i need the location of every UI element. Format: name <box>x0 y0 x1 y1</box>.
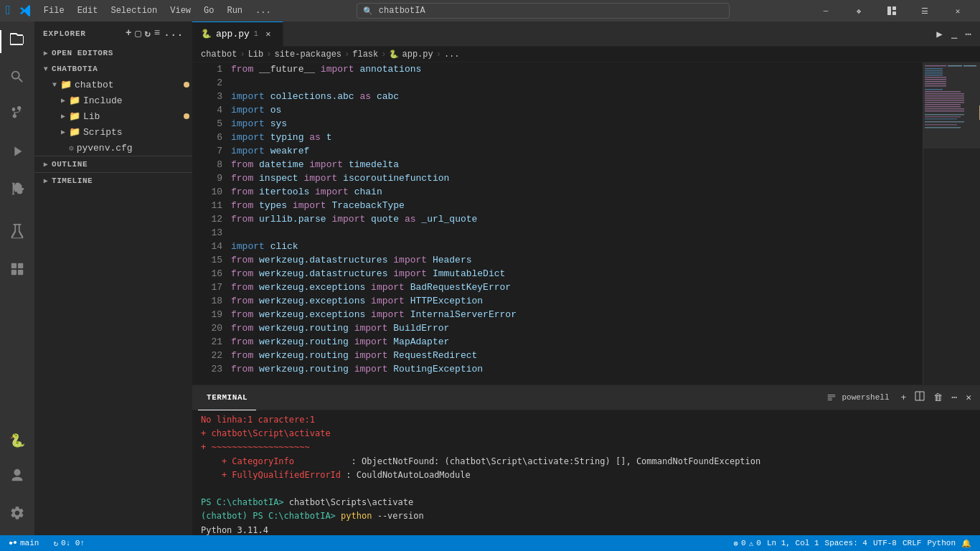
terminal-trash-button[interactable]: 🗑 <box>930 391 946 405</box>
menu-selection[interactable]: Selection <box>105 4 163 17</box>
activity-item-explorer[interactable] <box>0 24 34 59</box>
error-count: 0 <box>741 539 746 547</box>
sidebar-more-icon[interactable]: ... <box>164 27 184 39</box>
ln-5: 5 <box>201 117 222 131</box>
tab-more-button[interactable]: ⋯ <box>963 27 974 42</box>
breadcrumb-more[interactable]: ... <box>444 50 460 60</box>
svg-rect-35 <box>925 118 957 120</box>
ln-1: 1 <box>201 62 222 76</box>
tree-item-pyvenv[interactable]: ⚙ pyvenv.cfg <box>34 140 192 156</box>
terminal-line-4: + CategoryInfo : ObjectNotFound: (chatbo… <box>201 455 971 468</box>
collapse-all-icon[interactable]: ≡ <box>154 27 161 39</box>
title-search-area: 🔍 chatbotIA <box>283 3 804 19</box>
panel-tabs: TERMINAL powershell + 🗑 ⋯ ✕ <box>192 385 980 410</box>
search-icon <box>9 69 25 90</box>
code-line-10: from itertools import chain <box>231 185 923 199</box>
activity-item-account[interactable] <box>0 461 34 495</box>
activity-item-search[interactable] <box>0 62 34 96</box>
code-line-7: import weakref <box>231 144 923 158</box>
tree-item-lib[interactable]: ▶ 📁 Lib <box>34 108 192 124</box>
breadcrumb-lib[interactable]: Lib <box>248 50 264 60</box>
split-button[interactable]: ☰ <box>908 0 941 22</box>
breadcrumb-sep-2: › <box>266 50 271 60</box>
terminal-ps1: PS C:\chatbotIA> <box>201 497 284 507</box>
code-content[interactable]: from __future__ import annotations impor… <box>228 62 923 385</box>
tree-item-include[interactable]: ▶ 📁 Include <box>34 93 192 108</box>
activity-item-source-control[interactable] <box>0 99 34 133</box>
refresh-icon[interactable]: ↻ <box>145 27 151 39</box>
run-icon <box>9 143 25 164</box>
menu-file[interactable]: File <box>38 4 70 17</box>
section-open-editors[interactable]: ▶ OPEN EDITORS <box>34 45 192 61</box>
breadcrumb-apppy[interactable]: app.py <box>402 50 433 60</box>
status-ln-col[interactable]: Ln 1, Col 1 <box>764 535 822 551</box>
terminal-error-cat-key: + CategoryInfo <box>201 456 294 466</box>
terminal-python-cmd: python <box>341 511 372 521</box>
chatbot-arrow: ▼ <box>49 81 60 89</box>
terminal-add-button[interactable]: + <box>898 391 910 405</box>
testing-icon <box>9 224 25 245</box>
svg-rect-36 <box>925 121 964 123</box>
tree-item-scripts[interactable]: ▶ 📁 Scripts <box>34 124 192 140</box>
status-notifications[interactable]: 🔔 <box>958 535 974 551</box>
activity-item-extensions[interactable] <box>0 174 34 208</box>
breadcrumb-flask[interactable]: flask <box>352 50 378 60</box>
terminal-error-fqe-val: : CouldNotAutoLoadModule <box>346 470 470 480</box>
section-outline[interactable]: ▶ OUTLINE <box>34 156 192 172</box>
tree-item-chatbot[interactable]: ▼ 📁 chatbot <box>34 77 192 93</box>
menu-view[interactable]: View <box>164 4 197 17</box>
svg-rect-3 <box>11 263 17 268</box>
run-code-button[interactable]: ▶ <box>933 27 945 42</box>
activity-item-remote[interactable] <box>0 254 34 288</box>
layout-button[interactable] <box>875 0 908 22</box>
svg-rect-38 <box>925 127 961 128</box>
panel-close-button[interactable]: ✕ <box>963 390 974 405</box>
tab-apppy[interactable]: 🐍 app.py 1 ✕ <box>192 22 283 47</box>
bottom-panel: TERMINAL powershell + 🗑 ⋯ ✕ No linha: <box>192 385 980 535</box>
new-file-icon[interactable]: + <box>126 27 132 39</box>
status-sync[interactable]: ↻ 0↓ 0↑ <box>50 535 88 551</box>
maximize-button[interactable]: ❖ <box>842 0 875 22</box>
code-line-20: from werkzeug.routing import BuildError <box>231 321 923 335</box>
status-encoding[interactable]: UTF-8 <box>870 535 900 551</box>
extensions-icon <box>9 181 25 202</box>
status-spaces[interactable]: Spaces: 4 <box>822 535 870 551</box>
global-search-box[interactable]: 🔍 chatbotIA <box>357 3 730 19</box>
close-button[interactable]: ✕ <box>941 0 974 22</box>
menu-go[interactable]: Go <box>198 4 220 17</box>
panel-tab-terminal[interactable]: TERMINAL <box>198 385 256 410</box>
status-eol[interactable]: CRLF <box>900 535 924 551</box>
terminal-more-button[interactable]: ⋯ <box>948 390 960 405</box>
breadcrumb-site-packages[interactable]: site-packages <box>274 50 341 60</box>
ln-13: 13 <box>201 226 222 240</box>
terminal-split-button[interactable] <box>912 390 928 405</box>
code-line-8: from datetime import timedelta <box>231 158 923 171</box>
status-branch[interactable]: main <box>6 535 42 551</box>
python-icon: 🐍 <box>9 433 25 448</box>
split-editor-button[interactable]: ⎯ <box>948 27 960 41</box>
status-language-text: Python <box>927 539 956 547</box>
activity-item-settings[interactable] <box>0 498 34 532</box>
status-errors[interactable]: ⊗ 0 ⚠ 0 <box>730 535 763 551</box>
status-language[interactable]: Python <box>924 535 958 551</box>
activity-item-python[interactable]: 🐍 <box>0 423 34 458</box>
breadcrumb-chatbot[interactable]: chatbot <box>201 50 237 60</box>
ln-20: 20 <box>201 321 222 335</box>
activity-item-testing[interactable] <box>0 217 34 251</box>
menu-more[interactable]: ... <box>250 4 277 17</box>
minimize-button[interactable]: — <box>809 0 842 22</box>
tab-close-button[interactable]: ✕ <box>263 29 274 40</box>
menu-bar: File Edit Selection View Go Run ... <box>38 4 277 17</box>
menu-edit[interactable]: Edit <box>72 4 104 17</box>
menu-run[interactable]: Run <box>221 4 248 17</box>
ln-6: 6 <box>201 131 222 144</box>
editor-panel-area: 🐍 app.py 1 ✕ ▶ ⎯ ⋯ chatbot › Lib › site-… <box>192 22 980 535</box>
new-folder-icon[interactable]: ▢ <box>135 27 141 39</box>
section-timeline[interactable]: ▶ TIMELINE <box>34 173 192 189</box>
section-chatbotia[interactable]: ▼ CHATBOTIA <box>34 61 192 77</box>
activity-item-run[interactable] <box>0 136 34 171</box>
svg-rect-5 <box>11 269 17 274</box>
vscode-logo-icon:  <box>6 4 14 18</box>
minimap <box>923 62 980 385</box>
terminal-content[interactable]: No linha:1 caractere:1 + chatbot\Script\… <box>192 410 980 535</box>
